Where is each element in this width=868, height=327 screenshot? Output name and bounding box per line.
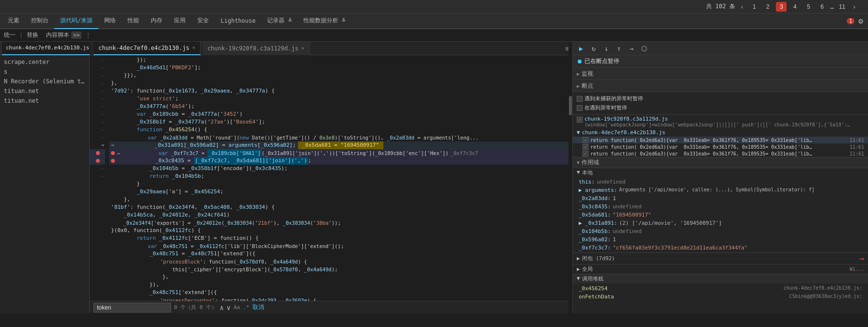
scroll-thumb[interactable]	[569, 96, 572, 115]
closure-scope-header[interactable]: ▶ 闭包 (7d92) →	[573, 252, 868, 264]
menu-icon[interactable]: ⋮	[85, 32, 91, 39]
pause-on-exceptions-item[interactable]: 遇到未捕获的异常时暂停	[577, 94, 864, 103]
debug-deactivate-btn[interactable]: ⬡	[639, 44, 649, 53]
debug-step-over-btn[interactable]: ↻	[588, 44, 599, 53]
code-line: }	[109, 180, 572, 188]
sub-tab-replace[interactable]: 替换	[27, 31, 38, 39]
page-ellipsis: …	[830, 3, 834, 10]
breakpoints-triangle-icon: ▶	[577, 83, 580, 89]
sidebar-item-scrape[interactable]: scrape.center	[0, 57, 89, 67]
pause-on-caught-item[interactable]: 在遇到异常时暂停	[577, 103, 864, 112]
pause-caught-checkbox[interactable]	[577, 105, 583, 111]
tab-application[interactable]: 应用	[168, 14, 191, 29]
tab-lighthouse[interactable]: Lighthouse	[215, 14, 261, 29]
tab-network[interactable]: 网络	[98, 14, 122, 29]
search-next-btn[interactable]: ∨	[227, 304, 231, 311]
debug-step-into-btn[interactable]: ↓	[601, 44, 612, 53]
var-arguments[interactable]: ▶ arguments: Arguments ['/api/movie', ca…	[573, 186, 868, 194]
scope-section-header[interactable]: ▼ 作用域	[573, 157, 868, 168]
code-line: var _0x189cbb = _0x34777a('3452')	[109, 110, 572, 118]
settings-icon[interactable]: ⚙	[858, 16, 863, 26]
var-596a02[interactable]: _0x596a02: 1	[573, 235, 868, 244]
breakpoint-item[interactable]: return function(_0x2ed6a3){var _0x331eab…	[573, 143, 868, 150]
tab-recorder[interactable]: 记录器 ≛	[261, 14, 297, 29]
total-label: 共 102 条	[706, 2, 735, 11]
call-stack-header[interactable]: ▼ 调用堆栈	[573, 274, 868, 283]
code-line: 'processBlock': function(_0x578df0, _0x4…	[109, 258, 572, 265]
pause-exceptions-checkbox[interactable]	[577, 96, 583, 102]
stack-item-onfetchdata[interactable]: onFetchData CSbink@@93638ac3(y)ed.js:	[573, 293, 868, 301]
sidebar-item-recorder[interactable]: N Recorder (Selenium tests generator)	[0, 77, 89, 86]
page-4-btn[interactable]: 4	[789, 2, 800, 12]
page-1-btn[interactable]: 1	[749, 2, 759, 12]
bp-checkbox[interactable]	[577, 117, 583, 123]
stack-fn-name: _0x456254	[579, 285, 608, 292]
breakpoint-item[interactable]: return function(_0x2ed6a3){var _0x331eab…	[573, 137, 868, 143]
search-aa-label[interactable]: Aa	[234, 304, 240, 311]
tab-perf-insights[interactable]: 性能数据分析 ≛	[298, 14, 351, 29]
tab-console[interactable]: 控制台	[25, 14, 54, 29]
debug-resume-btn[interactable]: ▶	[576, 44, 586, 53]
tab-memory[interactable]: 内存	[145, 14, 168, 29]
tab-security[interactable]: 安全	[191, 14, 215, 29]
page-11-btn[interactable]: 11	[837, 2, 848, 12]
tab-elements[interactable]: 元素	[2, 14, 25, 29]
code-scrollbar[interactable]	[568, 55, 572, 301]
search-dot-label[interactable]: .*	[243, 304, 249, 311]
debug-step-btn[interactable]: →	[626, 44, 637, 53]
var-2a83dd[interactable]: _0x2a83dd: 1	[573, 194, 868, 202]
global-triangle: ▶	[577, 266, 580, 272]
tab-sources[interactable]: 源代码/来源	[54, 14, 98, 29]
local-label: 本地	[582, 169, 593, 176]
bp-code: return function(_0x2ed6a3){var _0x331eab…	[590, 138, 813, 143]
code-line: });	[109, 56, 572, 64]
editor-tab-label-2: chunk-19c920f8.c3a1129d.js	[207, 45, 299, 52]
tab-performance[interactable]: 性能	[122, 14, 145, 29]
var-104b5b[interactable]: _0x104b5b: undefined	[573, 227, 868, 235]
code-line: }(0x0, function(_0x4112fc) {	[109, 227, 572, 234]
sidebar-item-tituan1[interactable]: tituan.net	[0, 86, 89, 96]
editor-tab-chunk4dec[interactable]: chunk-4dec7ef0.e4c2b130.js ×	[94, 42, 201, 55]
local-scope-header[interactable]: ▼ 本地	[573, 168, 868, 177]
call-stack-triangle: ▼	[577, 275, 580, 282]
var-31a891[interactable]: ▶ _0x31a891: (2) ['/api/movie', '1694500…	[573, 219, 868, 227]
bp-checkbox[interactable]	[583, 151, 588, 156]
sidebar-item-s[interactable]: s	[0, 67, 89, 77]
sub-tab-unified[interactable]: 统一	[4, 31, 16, 39]
next-page-btn[interactable]: ›	[851, 3, 858, 11]
page-6-btn[interactable]: 6	[817, 2, 827, 12]
page-5-btn[interactable]: 5	[803, 2, 814, 12]
watch-section-header[interactable]: ▶ 监视	[573, 68, 868, 79]
code-line: → _0x31a891[_0x596a02] = arguments[_0x59…	[109, 141, 572, 149]
global-scope-header[interactable]: ▶ 全局 Wi...	[573, 264, 868, 274]
page-2-btn[interactable]: 2	[762, 2, 773, 12]
var-5da681[interactable]: _0x5da681: "1694500917"	[573, 211, 868, 219]
sidebar-item-tituan2[interactable]: tituan.net	[0, 96, 89, 106]
file-tab-chunk4dec[interactable]: chunk-4dec7ef0.e4c2b130.js ×	[2, 42, 99, 55]
global-label: 全局	[582, 265, 593, 273]
search-prev-btn[interactable]: ∧	[220, 304, 223, 311]
close-editor-tab-1[interactable]: ×	[192, 45, 195, 50]
breakpoint-item[interactable]: chunk-19c920f8.c3a1129d.js (window['webp…	[573, 115, 868, 128]
var-3c8435[interactable]: _0x3c8435: undefined	[573, 202, 868, 211]
sub-tab-content-script[interactable]: 内容脚本	[46, 31, 69, 39]
breakpoint-item[interactable]: return function(_0x2ed6a3){var _0x331eab…	[573, 150, 868, 157]
debug-step-out-btn[interactable]: ↑	[614, 44, 624, 53]
breakpoints-section-header[interactable]: ▶ 断点	[573, 80, 868, 92]
more-tabs-btn[interactable]: >>	[71, 31, 81, 39]
stack-item-0456254[interactable]: _0x456254 chunk-4dec7ef0.e4c2b130.js:	[573, 284, 868, 293]
code-editor: chunk-4dec7ef0.e4c2b130.js × chunk-19c92…	[90, 42, 572, 313]
call-stack-list: _0x456254 chunk-4dec7ef0.e4c2b130.js: on…	[573, 283, 868, 302]
bp-checkbox[interactable]	[583, 144, 588, 150]
close-editor-tab-2[interactable]: ×	[301, 46, 304, 51]
var-this[interactable]: this: undefined	[573, 178, 868, 186]
local-vars: this: undefined ▶ arguments: Arguments […	[573, 177, 868, 252]
page-3-btn[interactable]: 3	[776, 2, 787, 12]
search-cancel-btn[interactable]: 取消	[253, 303, 264, 311]
editor-tab-chunk19c[interactable]: chunk-19c920f8.c3a1129d.js ×	[203, 42, 310, 55]
bp-checkbox[interactable]	[583, 137, 588, 143]
prev-page-btn[interactable]: ‹	[738, 3, 746, 11]
search-input[interactable]	[94, 303, 171, 312]
code-line: '81bf': function(_0x2e34f4, _0x5ac408, _…	[109, 203, 572, 211]
var-f7c3c7[interactable]: _0xf7c3c7: "cf656fa83e9f3c3791ecd8e21d11…	[573, 244, 868, 252]
